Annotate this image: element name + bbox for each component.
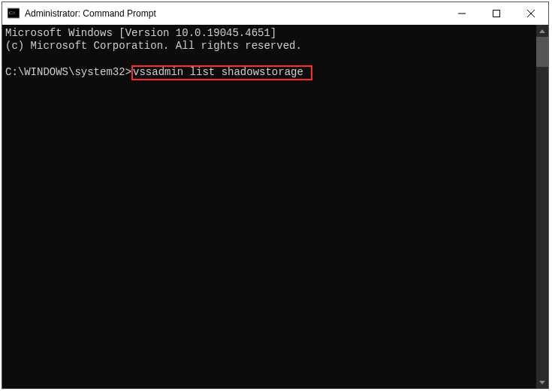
terminal[interactable]: Microsoft Windows [Version 10.0.19045.46… [2,25,536,388]
command-highlight: vssadmin list shadowstorage [131,65,312,80]
svg-text:C:\: C:\ [9,10,16,16]
titlebar[interactable]: C:\ Administrator: Command Prompt [2,2,548,25]
command-prompt-window: C:\ Administrator: Command Prompt Micros… [2,2,549,389]
terminal-command: vssadmin list shadowstorage [133,66,303,78]
svg-rect-3 [493,11,500,17]
minimize-button[interactable] [445,2,479,25]
vertical-scrollbar[interactable] [536,25,548,388]
scroll-track[interactable] [536,37,548,376]
cmd-icon: C:\ [8,8,20,20]
terminal-prompt: C:\WINDOWS\system32> [5,66,131,78]
scroll-down-arrow[interactable] [536,376,548,388]
scroll-thumb[interactable] [536,37,548,67]
svg-marker-7 [539,381,545,384]
svg-marker-6 [539,29,545,33]
close-button[interactable] [514,2,548,25]
maximize-button[interactable] [479,2,514,25]
terminal-area: Microsoft Windows [Version 10.0.19045.46… [2,25,548,388]
scroll-up-arrow[interactable] [536,25,548,37]
terminal-line: Microsoft Windows [Version 10.0.19045.46… [5,27,276,39]
terminal-line: (c) Microsoft Corporation. All rights re… [5,40,302,52]
window-controls [445,2,548,25]
window-title: Administrator: Command Prompt [25,8,445,19]
